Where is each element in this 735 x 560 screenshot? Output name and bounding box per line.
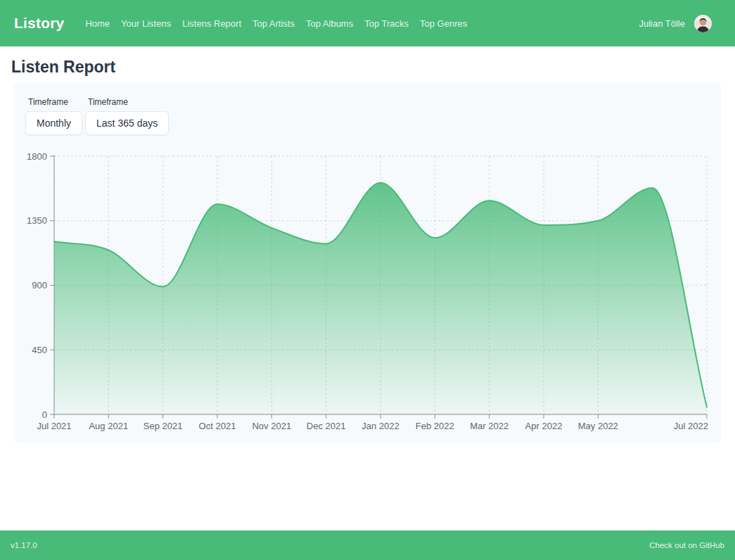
y-tick-label: 900 (32, 280, 47, 291)
timeframe-range-select[interactable]: Last 365 days (85, 111, 169, 135)
timeframe-unit-select[interactable]: Monthly (25, 111, 82, 135)
avatar-photo (694, 15, 712, 32)
timeframe-unit-label: Timeframe (28, 97, 82, 107)
x-tick-label: Sep 2021 (143, 421, 183, 431)
avatar[interactable] (694, 15, 712, 32)
x-tick-label: Mar 2022 (470, 421, 509, 431)
nav-item-listens-report[interactable]: Listens Report (177, 14, 247, 33)
x-tick-label: Feb 2022 (416, 421, 454, 431)
y-tick-label: 450 (32, 344, 47, 355)
nav-item-top-tracks[interactable]: Top Tracks (359, 14, 414, 33)
brand-link[interactable]: Listory (14, 15, 64, 32)
x-tick-label: Aug 2021 (89, 421, 128, 431)
nav-item-home[interactable]: Home (79, 14, 115, 33)
area-fill (54, 182, 707, 414)
x-tick-label: May 2022 (578, 421, 618, 431)
footer: v1.17.0 Check out on GitHub (0, 530, 735, 560)
page-title: Listen Report (11, 58, 724, 77)
nav-item-top-genres[interactable]: Top Genres (414, 14, 473, 33)
x-tick-label: Oct 2021 (199, 421, 236, 431)
x-tick-label: Dec 2021 (307, 421, 346, 431)
main-content: Listen Report Timeframe Monthly Timefram… (0, 46, 735, 530)
version-label: v1.17.0 (11, 541, 37, 549)
github-link[interactable]: Check out on GitHub (649, 541, 724, 549)
x-tick-label: Jul 2022 (674, 421, 708, 431)
nav-item-top-albums[interactable]: Top Albums (300, 14, 359, 33)
nav-item-your-listens[interactable]: Your Listens (115, 14, 177, 33)
timeframe-range-group: Timeframe Last 365 days (85, 94, 169, 135)
x-tick-label: Jul 2021 (37, 421, 71, 431)
x-tick-label: Jan 2022 (362, 421, 400, 431)
y-tick-label: 1800 (27, 151, 47, 161)
x-tick-label: Nov 2021 (252, 421, 291, 431)
nav-links: HomeYour ListensListens ReportTop Artist… (79, 14, 639, 33)
listens-area-chart[interactable]: 045090013501800Jul 2021Aug 2021Sep 2021O… (25, 148, 710, 431)
timeframe-range-label: Timeframe (88, 97, 169, 107)
navbar: Listory HomeYour ListensListens ReportTo… (0, 0, 735, 46)
filters-row: Timeframe Monthly Timeframe Last 365 day… (25, 94, 710, 135)
y-tick-label: 1350 (27, 215, 47, 226)
user-name: Julian Tölle (639, 18, 685, 29)
user-menu[interactable]: Julian Tölle (639, 15, 712, 32)
nav-item-top-artists[interactable]: Top Artists (247, 14, 300, 33)
timeframe-unit-group: Timeframe Monthly (25, 94, 82, 135)
y-tick-label: 0 (42, 409, 47, 419)
x-tick-label: Apr 2022 (525, 421, 563, 431)
report-card: Timeframe Monthly Timeframe Last 365 day… (14, 83, 721, 443)
